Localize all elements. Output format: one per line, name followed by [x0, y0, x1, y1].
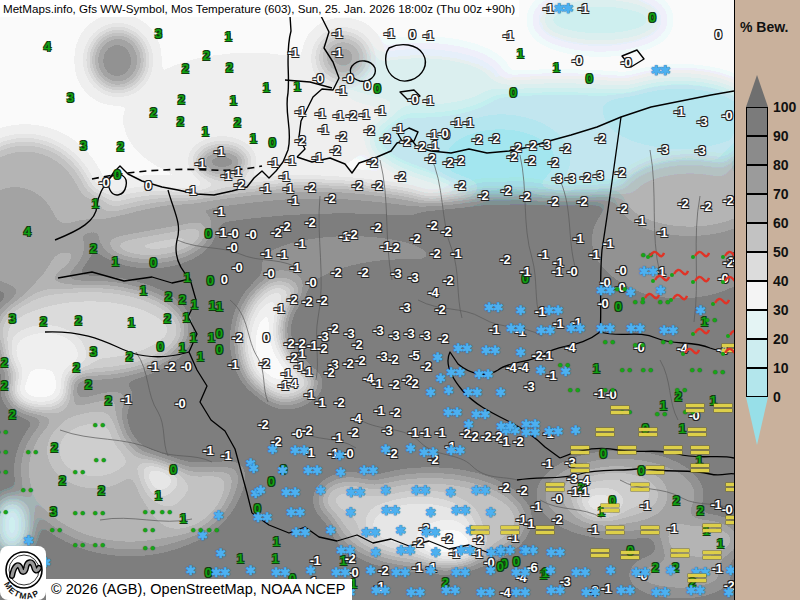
snow-icon: ✱✱: [596, 284, 614, 297]
temp-label: -1: [712, 562, 723, 575]
snow-icon: ✱✱: [451, 566, 469, 579]
snow-icon: ✱: [406, 442, 415, 455]
temp-label: -2: [442, 532, 453, 545]
temp-label: -2: [560, 142, 571, 155]
fog-icon: [606, 524, 624, 536]
temp-label: 1: [237, 552, 244, 565]
legend-band: [746, 223, 768, 252]
temp-label: -2: [165, 360, 176, 373]
freezing-drizzle-icon: [690, 324, 710, 336]
snow-icon: ✱: [426, 506, 435, 519]
temp-label: -4: [351, 412, 362, 425]
snow-icon: ✱: [381, 443, 390, 456]
snow-icon: ✱: [346, 506, 355, 519]
temp-label: -0: [567, 265, 578, 278]
legend-tick-label: 40: [773, 273, 789, 289]
snow-icon: ✱✱: [446, 444, 464, 457]
temp-label: -0: [343, 447, 354, 460]
snow-icon: ✱✱: [686, 584, 704, 597]
snow-icon: ✱✱: [361, 526, 379, 539]
temp-label: -1: [423, 29, 434, 42]
temp-label: 1: [273, 535, 280, 548]
snow-icon: ✱✱: [336, 544, 354, 557]
temp-label: 2: [75, 314, 82, 327]
temp-label: 2: [652, 561, 659, 574]
temp-label: -0: [552, 492, 563, 505]
copyright-text: © 2026 (AGB), OpenStreetMap, NOAA NCEP: [51, 581, 345, 597]
fog-icon: [714, 402, 732, 414]
fog-icon: [471, 524, 489, 536]
temp-label: 2: [59, 474, 66, 487]
temp-label: -2: [317, 294, 328, 307]
legend-band: [746, 194, 768, 223]
temp-label: 0: [510, 86, 517, 99]
temp-label: 2: [9, 408, 16, 421]
snow-icon: ✱: [724, 586, 733, 599]
temp-label: -2: [259, 357, 270, 370]
snow-icon: ✱✱: [463, 386, 481, 399]
legend-band: [746, 339, 768, 368]
legend-tick-label: 90: [773, 128, 789, 144]
temp-label: 0: [207, 274, 214, 287]
snow-icon: ✱: [464, 418, 473, 431]
snow-icon: ✱✱: [303, 464, 321, 477]
snow-icon: ✱: [436, 372, 445, 385]
temp-label: -1: [538, 248, 549, 261]
temp-label: -2: [358, 266, 369, 279]
map-canvas: 4312223212221320111010110004210010122111…: [0, 0, 734, 600]
fog-icon: [571, 462, 589, 474]
temp-label: -2: [438, 332, 449, 345]
drizzle-icon: ●●: [143, 526, 158, 535]
snow-icon: ✱: [336, 466, 345, 479]
temp-label: 2: [697, 504, 704, 517]
temp-label: 2: [73, 361, 80, 374]
temp-label: -1: [451, 116, 462, 129]
snow-icon: ✱: [426, 564, 435, 577]
snow-icon: ✱: [433, 351, 442, 364]
snow-icon: ✱✱: [359, 464, 377, 477]
temp-label: -0: [572, 54, 583, 67]
fog-icon: [664, 444, 682, 456]
temp-label: 2: [182, 62, 189, 75]
temp-label: -3: [377, 350, 388, 363]
temp-label: -1: [260, 182, 271, 195]
temp-label: -1: [463, 116, 474, 129]
temp-label: 0: [586, 72, 593, 85]
fog-icon: [571, 444, 589, 456]
temp-label: -1: [542, 457, 553, 470]
temp-label: 2: [126, 350, 133, 363]
snow-icon: ✱: [396, 524, 405, 537]
snow-icon: ✱: [249, 462, 258, 475]
temp-label: -1: [603, 237, 614, 250]
temp-label: -1: [148, 360, 159, 373]
temp-label: -2: [548, 195, 559, 208]
legend-band: [746, 368, 768, 397]
temp-label: -4: [506, 361, 517, 374]
temp-label: -0: [181, 360, 192, 373]
drizzle-icon: ●●: [603, 338, 618, 347]
temp-label: -1: [277, 248, 288, 261]
temp-label: 1: [183, 311, 190, 324]
temp-label: -2: [455, 179, 466, 192]
temp-label: -5: [409, 349, 420, 362]
temp-label: -2: [472, 133, 483, 146]
temp-label: -0: [598, 297, 609, 310]
snow-icon: ✱: [571, 424, 580, 437]
snow-icon: ✱: [256, 484, 265, 497]
temp-label: 1: [209, 299, 216, 312]
temp-label: 0: [268, 475, 275, 488]
copyright-bar: © 2026 (AGB), OpenStreetMap, NOAA NCEP: [46, 579, 352, 600]
temp-label: 3: [90, 345, 97, 358]
temp-label: 1: [179, 341, 186, 354]
temp-label: -1: [408, 426, 419, 439]
snow-icon: ✱✱: [536, 324, 554, 337]
temp-label: -1: [578, 485, 589, 498]
temp-label: 4: [24, 225, 31, 238]
temp-label: -1: [295, 105, 306, 118]
temp-label: -0: [621, 56, 632, 69]
snow-icon: ✱✱: [554, 2, 572, 15]
fog-icon: [688, 426, 706, 438]
metmaps-logo-icon: METMAPS: [0, 546, 46, 600]
temp-label: -2: [328, 322, 339, 335]
temp-label: 3: [9, 312, 16, 325]
